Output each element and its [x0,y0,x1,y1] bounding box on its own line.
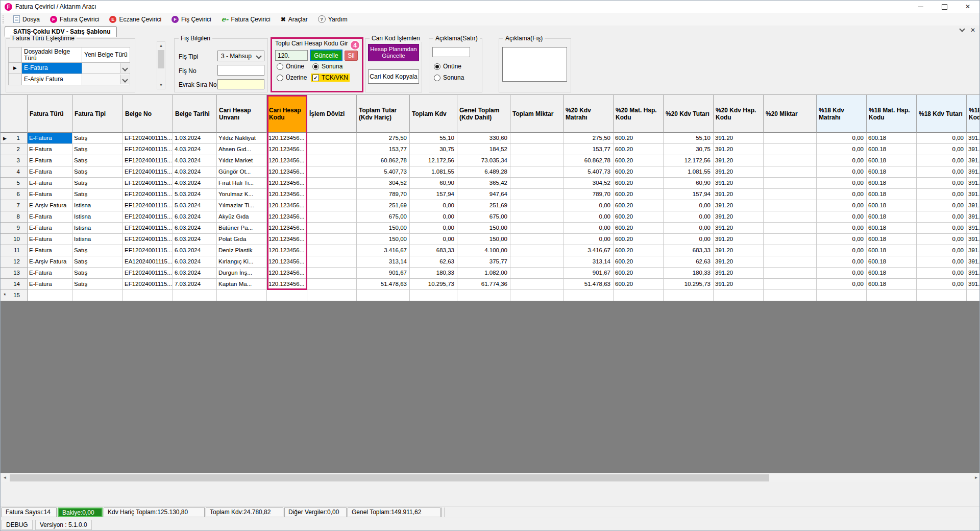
kdv20-tutari-cell[interactable]: 1.081,55 [664,166,714,178]
toplam-tutar-kdv-haric-cell[interactable]: 3.416,67 [357,245,410,256]
belge-no-cell[interactable]: EF12024001115... [123,234,173,245]
genel-toplam-kdv-dahil-cell[interactable]: 61.774,36 [457,279,510,290]
fatura-turu-cell[interactable]: E-Fatura [28,234,72,245]
kdv18-hsp-kodu-cell[interactable]: 391.18 [967,245,980,256]
kdv18-hsp-kodu-cell[interactable]: 391.18 [967,178,980,189]
row-header-cell[interactable]: 8 [1,211,28,223]
kdv18-matrahi-cell[interactable]: 0,00 [817,144,867,155]
kdv18-matrahi-cell[interactable]: 0,00 [817,245,867,256]
fis-tipi-combo[interactable]: 3 - Mahsup [217,51,264,61]
kdv18-hsp-kodu-cell[interactable]: 391.18 [967,268,980,279]
islem-dovizi-cell[interactable] [307,211,357,223]
fis-no-input[interactable] [217,65,264,76]
belge-no-cell[interactable]: EF12024001115... [123,245,173,256]
cari-hesap-unvani-cell[interactable]: Yıldız Market [217,155,267,166]
belge-no-cell[interactable]: EF12024001115... [123,200,173,211]
mat18-hsp-kodu-cell[interactable]: 600.18 [867,166,917,178]
mat20-hsp-kodu-cell[interactable]: 600.20 [614,234,664,245]
toplam-tutar-kdv-haric-cell[interactable] [357,290,410,301]
belge-tarihi-cell[interactable]: 7.03.2024 [173,279,217,290]
belge-no-cell[interactable]: EF12024001115... [123,144,173,155]
kdv18-matrahi-cell[interactable]: 0,00 [817,279,867,290]
kdv20-tutari-cell[interactable]: 62,63 [664,256,714,268]
cari-hesap-kodu-cell[interactable]: 120.123456... [267,178,307,189]
islem-dovizi-cell[interactable] [307,189,357,200]
mat18-hsp-kodu-cell[interactable]: 600.18 [867,133,917,144]
cari-hesap-unvani-cell[interactable]: Fırat Halı Ti... [217,178,267,189]
islem-dovizi-cell[interactable] [307,166,357,178]
islem-dovizi-cell[interactable] [307,155,357,166]
kdv20-tutari-cell[interactable]: 157,94 [664,189,714,200]
kdv20-hsp-kodu-cell[interactable]: 391.20 [714,144,764,155]
row-header-cell[interactable]: 14 [1,279,28,290]
toplam-tutar-kdv-haric-header[interactable]: Toplam Tutar (Kdv Hariç) [357,95,410,133]
kdv18-matrahi-header[interactable]: %18 Kdv Matrahı [817,95,867,133]
vertical-scrollbar[interactable]: ▲ ▼ [157,41,165,89]
belge-tarihi-cell[interactable]: 4.03.2024 [173,155,217,166]
kdv20-matrahi-cell[interactable]: 0,00 [564,223,614,234]
kdv18-tutari-header[interactable]: %18 Kdv Tutarı [917,95,967,133]
belge-tarihi-cell[interactable]: 4.03.2024 [173,144,217,155]
genel-toplam-kdv-dahil-cell[interactable]: 330,60 [457,133,510,144]
kdv20-matrahi-cell[interactable]: 0,00 [564,211,614,223]
islem-dovizi-cell[interactable] [307,178,357,189]
mat20-hsp-kodu-cell[interactable]: 600.20 [614,133,664,144]
kdv20-matrahi-cell[interactable]: 313,14 [564,256,614,268]
toplam-kdv-cell[interactable]: 0,00 [410,200,457,211]
kdv20-matrahi-cell[interactable]: 5.407,73 [564,166,614,178]
toplam-tutar-kdv-haric-cell[interactable]: 5.407,73 [357,166,410,178]
scroll-down-icon[interactable]: ▼ [157,81,165,89]
row-header-cell[interactable]: 9 [1,223,28,234]
kdv18-matrahi-cell[interactable] [817,290,867,301]
toplam-miktar-cell[interactable] [510,155,564,166]
cari-hesap-kodu-cell[interactable]: 120.123456... [267,279,307,290]
kdv18-matrahi-cell[interactable]: 0,00 [817,211,867,223]
belge-tarihi-cell[interactable]: 6.03.2024 [173,223,217,234]
toplam-kdv-cell[interactable] [410,290,457,301]
belge-no-cell[interactable]: EF12024001115... [123,211,173,223]
row-header-cell[interactable]: 12 [1,256,28,268]
mat18-hsp-kodu-cell[interactable]: 600.18 [867,189,917,200]
kdv20-tutari-cell[interactable]: 0,00 [664,223,714,234]
belge-tarihi-cell[interactable]: 5.03.2024 [173,189,217,200]
genel-toplam-kdv-dahil-cell[interactable]: 73.035,34 [457,155,510,166]
toplam-tutar-kdv-haric-cell[interactable]: 150,00 [357,234,410,245]
menu-item-araclar[interactable]: ✖Araçlar [276,13,313,26]
toplam-miktar-cell[interactable] [510,234,564,245]
mat18-hsp-kodu-cell[interactable]: 600.18 [867,223,917,234]
fatura-turu-cell[interactable]: E-Fatura [28,166,72,178]
genel-toplam-kdv-dahil-cell[interactable]: 184,52 [457,144,510,155]
mat18-hsp-kodu-cell[interactable]: 600.18 [867,245,917,256]
islem-dovizi-cell[interactable] [307,245,357,256]
toplam-kdv-cell[interactable]: 62,63 [410,256,457,268]
belge-tarihi-cell[interactable]: 6.03.2024 [173,245,217,256]
cari-hesap-unvani-cell[interactable]: Deniz Plastik [217,245,267,256]
kdv18-matrahi-cell[interactable]: 0,00 [817,256,867,268]
miktar20-cell[interactable] [764,155,817,166]
row-header-cell[interactable]: 10 [1,234,28,245]
kdv20-hsp-kodu-cell[interactable]: 391.20 [714,178,764,189]
kdv18-hsp-kodu-cell[interactable]: 391.18 [967,155,980,166]
kdv18-hsp-kodu-cell[interactable]: 391.18 [967,144,980,155]
fatura-turu-cell[interactable]: E-Fatura [28,223,72,234]
fatura-turu-cell[interactable]: E-Fatura [28,155,72,166]
toplu-cari-kod-input[interactable]: 120. [275,50,308,61]
toplam-kdv-cell[interactable]: 683,33 [410,245,457,256]
toplam-tutar-kdv-haric-cell[interactable]: 60.862,78 [357,155,410,166]
mat20-hsp-kodu-cell[interactable]: 600.20 [614,279,664,290]
mat18-hsp-kodu-cell[interactable]: 600.18 [867,234,917,245]
toplam-miktar-cell[interactable] [510,178,564,189]
fatura-turu-cell[interactable]: E-Fatura [28,189,72,200]
row-header-cell[interactable]: 3 [1,155,28,166]
miktar20-cell[interactable] [764,223,817,234]
cari-hesap-unvani-cell[interactable]: Yorulmaz K... [217,189,267,200]
fatura-tipi-cell[interactable]: Satış [72,155,123,166]
belge-no-cell[interactable]: EA12024001115... [123,256,173,268]
genel-toplam-kdv-dahil-cell[interactable]: 675,00 [457,211,510,223]
cari-hesap-kodu-cell[interactable]: 120.123456... [267,268,307,279]
toplam-tutar-kdv-haric-cell[interactable]: 275,50 [357,133,410,144]
kdv20-matrahi-cell[interactable]: 901,67 [564,268,614,279]
kdv18-hsp-kodu-cell[interactable]: 391.18 [967,234,980,245]
toplam-kdv-cell[interactable]: 12.172,56 [410,155,457,166]
scroll-right-icon[interactable]: ► [972,473,980,482]
